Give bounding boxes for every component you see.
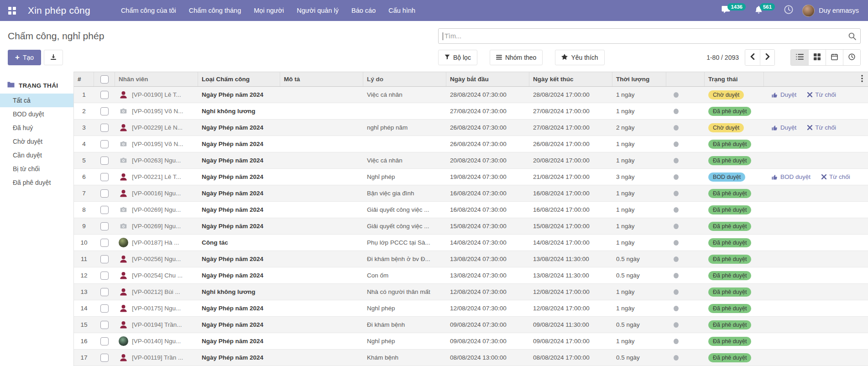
search-icon[interactable] bbox=[848, 32, 856, 42]
sidebar-filter-item[interactable]: Tất cả bbox=[0, 94, 73, 107]
header-status[interactable]: Trạng thái bbox=[705, 72, 764, 86]
row-checkbox[interactable] bbox=[100, 255, 109, 263]
row-checkbox[interactable] bbox=[100, 189, 109, 198]
header-duration[interactable]: Thời lượng bbox=[612, 72, 666, 86]
header-reason[interactable]: Lý do bbox=[363, 72, 446, 86]
row-checkbox[interactable] bbox=[100, 272, 109, 280]
table-row[interactable]: 11 [VP-00256] Ngu... Ngày Phép năm 2024 … bbox=[74, 251, 868, 267]
table-row[interactable]: 10 [VP-00187] Hà ... Công tác Phụ lớp PC… bbox=[74, 235, 868, 251]
sidebar-filter-item[interactable]: Chờ duyệt bbox=[0, 135, 73, 148]
table-row[interactable]: 17 [VP-00119] Trần ... Ngày Phép năm 202… bbox=[74, 350, 868, 366]
kanban-view-button[interactable] bbox=[808, 50, 826, 65]
pager-value[interactable]: 1-80 / 2093 bbox=[706, 54, 739, 61]
list-view-button[interactable] bbox=[791, 50, 808, 65]
row-checkbox[interactable] bbox=[100, 206, 109, 214]
kanban-state-dot[interactable] bbox=[674, 191, 679, 196]
row-checkbox[interactable] bbox=[100, 107, 109, 115]
column-options-button[interactable] bbox=[856, 75, 868, 84]
sidebar-filter-item[interactable]: Bị từ chối bbox=[0, 162, 73, 176]
table-row[interactable]: 8 [VP-00269] Ngu... Ngày Phép năm 2024 G… bbox=[74, 202, 868, 218]
sidebar-filter-item[interactable]: Đã huỷ bbox=[0, 121, 73, 135]
activity-view-button[interactable] bbox=[843, 50, 860, 65]
app-title[interactable]: Xin phép công bbox=[28, 5, 90, 16]
apps-grid-icon[interactable] bbox=[8, 7, 16, 15]
kanban-state-dot[interactable] bbox=[674, 273, 679, 278]
kanban-state-dot[interactable] bbox=[674, 339, 679, 344]
pager-previous-button[interactable] bbox=[745, 50, 760, 65]
sidebar-filter-item[interactable]: Đã phê duyệt bbox=[0, 176, 73, 189]
pager-next-button[interactable] bbox=[760, 50, 774, 65]
calendar-view-button[interactable] bbox=[826, 50, 843, 65]
export-button[interactable] bbox=[44, 50, 63, 65]
table-row[interactable]: 15 [VP-00194] Trần... Ngày Phép năm 2024… bbox=[74, 317, 868, 333]
user-menu[interactable]: Duy enmasys bbox=[802, 5, 859, 17]
refuse-button[interactable]: Từ chối bbox=[821, 173, 850, 180]
row-checkbox[interactable] bbox=[100, 91, 109, 99]
row-checkbox[interactable] bbox=[100, 222, 109, 230]
header-index[interactable]: # bbox=[74, 72, 94, 86]
table-row[interactable]: 5 [VP-00263] Ngu... Ngày Phép năm 2024 V… bbox=[74, 152, 868, 169]
nav-menu-item[interactable]: Người quản lý bbox=[291, 3, 345, 18]
row-checkbox[interactable] bbox=[100, 239, 109, 247]
create-button[interactable]: + Tạo bbox=[8, 50, 41, 65]
kanban-state-dot[interactable] bbox=[674, 322, 679, 328]
table-row[interactable]: 3 [VP-00229] Lê N... Ngày Phép năm 2024 … bbox=[74, 120, 868, 136]
nav-menu-item[interactable]: Cấu hình bbox=[382, 3, 421, 18]
nav-menu-item[interactable]: Chấm công tháng bbox=[183, 3, 247, 18]
header-description[interactable]: Mô tả bbox=[280, 72, 363, 86]
activity-clock-button[interactable] bbox=[784, 5, 793, 16]
header-type[interactable]: Loại Chấm công bbox=[198, 72, 280, 86]
row-checkbox[interactable] bbox=[100, 173, 109, 181]
table-row[interactable]: 7 [VP-00016] Ngu... Ngày Phép năm 2024 B… bbox=[74, 185, 868, 202]
row-checkbox[interactable] bbox=[100, 337, 109, 345]
kanban-state-dot[interactable] bbox=[674, 125, 679, 131]
messages-button[interactable]: 1436 bbox=[722, 5, 746, 16]
approve-button[interactable]: BOD duyệt bbox=[771, 173, 810, 180]
kanban-state-dot[interactable] bbox=[674, 306, 679, 311]
row-checkbox[interactable] bbox=[100, 354, 109, 362]
filters-button[interactable]: Bộ lọc bbox=[438, 50, 477, 65]
kanban-state-dot[interactable] bbox=[674, 256, 679, 262]
nav-menu-item[interactable]: Báo cáo bbox=[345, 3, 382, 18]
row-checkbox[interactable] bbox=[100, 157, 109, 165]
table-row[interactable]: 14 [VP-00175] Ngu... Ngày Phép năm 2024 … bbox=[74, 300, 868, 317]
row-checkbox[interactable] bbox=[100, 321, 109, 329]
table-row[interactable]: 12 [VP-00254] Chu ... Ngày Phép năm 2024… bbox=[74, 267, 868, 284]
kanban-state-dot[interactable] bbox=[674, 289, 679, 295]
search-input[interactable] bbox=[439, 29, 860, 43]
row-checkbox[interactable] bbox=[100, 288, 109, 296]
kanban-state-dot[interactable] bbox=[674, 224, 679, 229]
groupby-button[interactable]: Nhóm theo bbox=[490, 50, 543, 65]
table-row[interactable]: 9 [VP-00269] Ngu... Ngày Phép năm 2024 G… bbox=[74, 218, 868, 235]
sidebar-filter-item[interactable]: Cần duyệt bbox=[0, 148, 73, 162]
header-start-date[interactable]: Ngày bắt đầu bbox=[446, 72, 529, 86]
row-checkbox[interactable] bbox=[100, 124, 109, 132]
refuse-button[interactable]: Từ chối bbox=[807, 91, 836, 98]
table-row[interactable]: 1 [VP-00190] Lê T... Ngày Phép năm 2024 … bbox=[74, 87, 868, 103]
approve-button[interactable]: Duyệt bbox=[771, 124, 796, 131]
row-checkbox[interactable] bbox=[100, 304, 109, 313]
table-row[interactable]: 6 [VP-00221] Lê T... Ngày Phép năm 2024 … bbox=[74, 169, 868, 185]
notifications-button[interactable]: 561 bbox=[755, 5, 775, 16]
sidebar-filter-item[interactable]: BOD duyệt bbox=[0, 107, 73, 121]
nav-menu-item[interactable]: Mọi người bbox=[248, 3, 290, 18]
kanban-state-dot[interactable] bbox=[674, 141, 679, 147]
table-row[interactable]: 16 [VP-00140] Ngu... Ngày Phép năm 2024 … bbox=[74, 333, 868, 350]
kanban-state-dot[interactable] bbox=[674, 92, 679, 98]
table-row[interactable]: 4 [VP-00195] Võ N... Ngày Phép năm 2024 … bbox=[74, 136, 868, 152]
kanban-state-dot[interactable] bbox=[674, 174, 679, 180]
refuse-button[interactable]: Từ chối bbox=[807, 124, 836, 131]
row-checkbox[interactable] bbox=[100, 140, 109, 148]
table-row[interactable]: 2 [VP-00195] Võ N... Nghỉ không lương 27… bbox=[74, 103, 868, 120]
kanban-state-dot[interactable] bbox=[674, 240, 679, 246]
approve-button[interactable]: Duyệt bbox=[771, 91, 796, 98]
table-row[interactable]: 13 [VP-00212] Bùi ... Nghỉ không lương N… bbox=[74, 284, 868, 300]
header-end-date[interactable]: Ngày kết thúc bbox=[529, 72, 612, 86]
header-employee[interactable]: Nhân viên bbox=[115, 72, 198, 86]
kanban-state-dot[interactable] bbox=[674, 158, 679, 163]
kanban-state-dot[interactable] bbox=[674, 109, 679, 114]
kanban-state-dot[interactable] bbox=[674, 355, 679, 361]
select-all-checkbox[interactable] bbox=[100, 75, 109, 84]
nav-menu-item[interactable]: Chấm công của tôi bbox=[115, 3, 182, 18]
kanban-state-dot[interactable] bbox=[674, 207, 679, 213]
